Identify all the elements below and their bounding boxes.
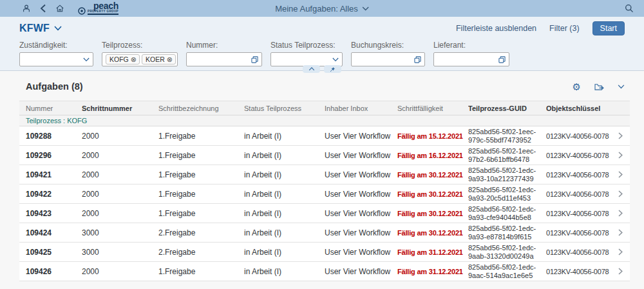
pin-filterbar-button[interactable] (324, 65, 341, 73)
value-help-icon[interactable] (249, 56, 258, 63)
search-icon[interactable] (625, 4, 634, 13)
cell-objektschluessel: 0123KV-40056-0078 (546, 132, 611, 140)
variant-title: KFWF (19, 23, 50, 34)
row-chevron-icon[interactable] (611, 190, 630, 197)
start-button[interactable]: Start (592, 21, 625, 35)
zustaendigkeit-select[interactable] (19, 52, 93, 66)
app-title-menu[interactable]: Meine Aufgaben: Alles (275, 0, 369, 17)
cell-schrittfaelligkeit: Fällig am 30.12.2021 (397, 229, 468, 237)
peach-logo[interactable]: peach PROPERTY GROUP (78, 2, 118, 15)
table-row[interactable]: 109296 2000 1.Freigabe in Arbeit (I) Use… (19, 146, 630, 165)
cell-inhaber-inbox: User Vier Workflow (325, 267, 397, 276)
home-icon[interactable] (55, 4, 64, 13)
settings-icon[interactable]: ⚙ (573, 82, 581, 92)
table-header-row: Nummer Schrittnummer Schrittbezeichnung … (19, 101, 630, 115)
hide-filterbar-link[interactable]: Filterleiste ausblenden (456, 24, 536, 33)
cell-status-teilprozess: in Arbeit (I) (244, 228, 325, 237)
cell-teilprozess-guid: 825abd56-5f02-1edc-9a93-10a212377439 (468, 166, 546, 183)
column-header-schrittbezeichnung[interactable]: Schrittbezeichnung (158, 105, 244, 112)
row-chevron-icon[interactable] (611, 229, 630, 236)
cell-teilprozess-guid: 825abd56-5f02-1eec-979c-55bdf7473952 (468, 128, 546, 144)
filters-link[interactable]: Filter (3) (549, 24, 580, 33)
nummer-input[interactable] (190, 55, 249, 64)
cell-inhaber-inbox: User Vier Workflow (325, 151, 397, 160)
chevron-down-icon (362, 6, 369, 11)
cell-schrittbezeichnung: 1.Freigabe (158, 190, 244, 199)
status-teilprozess-select[interactable] (270, 52, 343, 66)
row-chevron-icon[interactable] (611, 132, 630, 139)
back-icon[interactable] (39, 4, 47, 13)
token-kofg[interactable]: KOFG ⊗ (106, 54, 140, 65)
row-chevron-icon[interactable] (611, 268, 630, 275)
table-menu-chevron-icon[interactable] (618, 85, 625, 89)
cell-objektschluessel: 0123KV-40056-0078 (546, 210, 611, 217)
pin-icon (330, 66, 336, 72)
cell-schrittbezeichnung: 1.Freigabe (158, 132, 244, 141)
cell-schrittnummer: 2000 (82, 170, 158, 179)
group-header-row[interactable]: Teilprozess : KOFG (19, 115, 630, 126)
column-header-inhaber-inbox[interactable]: Inhaber Inbox (325, 105, 397, 112)
chevron-down-icon[interactable] (330, 57, 339, 62)
filter-field-zustaendigkeit: Zuständigkeit: (19, 41, 93, 66)
peach-logo-text: peach PROPERTY GROUP (88, 2, 118, 15)
column-header-objektschluessel[interactable]: Objektschlüssel (546, 105, 611, 112)
app-title: Meine Aufgaben: Alles (275, 4, 358, 14)
cell-status-teilprozess: in Arbeit (I) (244, 209, 325, 218)
column-header-teilprozess-guid[interactable]: Teilprozess-GUID (468, 105, 546, 112)
value-help-icon[interactable] (497, 56, 506, 63)
row-chevron-icon[interactable] (611, 248, 630, 255)
teilprozess-multi-input[interactable]: KOFG ⊗ KOER ⊗ (102, 52, 178, 66)
table-row[interactable]: 109421 2000 1.Freigabe in Arbeit (I) Use… (19, 165, 630, 184)
cell-objektschluessel: 0123KV-40056-0078 (546, 248, 611, 256)
token-remove-icon[interactable]: ⊗ (167, 56, 173, 63)
cell-schrittfaelligkeit: Fällig am 15.12.2021 (397, 132, 468, 140)
filter-field-lieferant: Lieferant: (433, 41, 509, 66)
export-icon[interactable] (594, 83, 604, 91)
chevron-down-icon[interactable] (81, 57, 90, 62)
table-row[interactable]: 109426 2000 1.Freigabe in Arbeit (I) Use… (19, 262, 630, 281)
status-teilprozess-input[interactable] (274, 55, 330, 64)
cell-schrittnummer: 2000 (82, 190, 158, 199)
row-chevron-icon[interactable] (611, 152, 630, 159)
lieferant-input[interactable] (437, 55, 497, 64)
cell-status-teilprozess: in Arbeit (I) (244, 267, 325, 276)
cell-inhaber-inbox: User Vier Workflow (325, 228, 397, 237)
cell-nummer: 109426 (19, 267, 82, 276)
table-row[interactable]: 109423 2000 1.Freigabe in Arbeit (I) Use… (19, 204, 630, 223)
column-header-status-teilprozess[interactable]: Status Teilprozess (244, 105, 325, 112)
column-header-schrittnummer[interactable]: Schrittnummer (82, 105, 158, 112)
zustaendigkeit-input[interactable] (23, 55, 81, 64)
column-header-nummer[interactable]: Nummer (19, 105, 82, 112)
filter-field-status-teilprozess: Status Teilprozess: (270, 41, 343, 66)
cell-schrittbezeichnung: 1.Freigabe (158, 151, 244, 160)
cell-teilprozess-guid: 825abd56-5f02-1edc-9aac-514a9ac1e6e5 (468, 263, 546, 279)
buchungskreis-input[interactable] (355, 55, 412, 64)
cell-schrittnummer: 2000 (82, 267, 158, 276)
table-row[interactable]: 109425 3000 2.Freigabe in Arbeit (I) Use… (19, 243, 630, 262)
cell-objektschluessel: 0123KV-40056-0078 (546, 229, 611, 237)
collapse-filterbar-button[interactable] (303, 65, 320, 73)
user-icon[interactable] (22, 4, 31, 13)
cell-nummer: 109296 (19, 151, 82, 160)
cell-teilprozess-guid: 825abd56-5f02-1edc-9a93-e87814b9f615 (468, 224, 546, 241)
table-row[interactable]: 109288 2000 1.Freigabe in Arbeit (I) Use… (19, 126, 630, 146)
variant-selector[interactable]: KFWF (19, 23, 62, 34)
cell-objektschluessel: 0123KV-40056-0078 (546, 171, 611, 179)
cell-status-teilprozess: in Arbeit (I) (244, 132, 325, 141)
value-help-icon[interactable] (412, 56, 421, 63)
token-koer[interactable]: KOER ⊗ (142, 54, 176, 65)
cell-teilprozess-guid: 825abd56-5f02-1eec-97b2-6b61bffb6478 (468, 147, 546, 163)
token-remove-icon[interactable]: ⊗ (131, 56, 137, 63)
row-chevron-icon[interactable] (611, 210, 630, 217)
cell-inhaber-inbox: User Vier Workflow (325, 209, 397, 218)
tasks-table: Nummer Schrittnummer Schrittbezeichnung … (19, 101, 630, 281)
table-row[interactable]: 109424 3000 2.Freigabe in Arbeit (I) Use… (19, 223, 630, 243)
column-header-schrittfaelligkeit[interactable]: Schrittfälligkeit (397, 105, 468, 112)
table-body: 109288 2000 1.Freigabe in Arbeit (I) Use… (19, 126, 630, 281)
table-row[interactable]: 109422 2000 1.Freigabe in Arbeit (I) Use… (19, 184, 630, 204)
cell-schrittbezeichnung: 2.Freigabe (158, 228, 244, 237)
cell-schrittfaelligkeit: Fällig am 30.12.2021 (397, 210, 468, 217)
row-chevron-icon[interactable] (611, 171, 630, 178)
cell-status-teilprozess: in Arbeit (I) (244, 190, 325, 199)
cell-schrittfaelligkeit: Fällig am 16.12.2021 (397, 152, 468, 159)
